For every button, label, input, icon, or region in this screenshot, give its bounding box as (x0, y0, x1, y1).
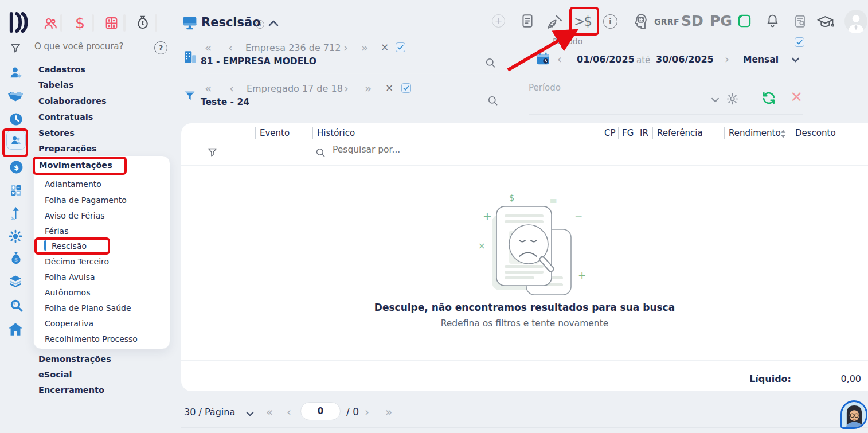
search-module-icon[interactable] (9, 298, 24, 313)
period-start-date[interactable]: 01/06/2025 (577, 54, 635, 65)
column-header-rendimento[interactable]: Rendimento (729, 128, 781, 138)
employee-search-icon[interactable] (487, 95, 498, 106)
column-header-historico[interactable]: Histórico (317, 128, 355, 138)
head-calculator-icon[interactable] (631, 13, 648, 30)
document-search-icon[interactable] (793, 14, 808, 29)
page-last-button[interactable]: » (385, 405, 392, 419)
period-settings-gear-icon[interactable] (726, 92, 739, 106)
collapse-chevron-up-icon[interactable] (268, 19, 279, 27)
layers-module-icon[interactable] (8, 274, 23, 288)
employee-clear-icon[interactable]: × (385, 83, 393, 94)
sidebar-item-colaboradores[interactable]: Colaboradores (38, 96, 107, 106)
app-logo-icon[interactable] (9, 12, 28, 33)
table-filter-icon[interactable] (207, 147, 218, 157)
column-header-fg[interactable]: FG (622, 128, 634, 138)
period-next-button[interactable]: › (725, 53, 729, 66)
period-clear-icon[interactable]: × (790, 87, 803, 105)
column-header-cp[interactable]: CP (604, 128, 616, 138)
submenu-item-autonomos[interactable]: Autônomos (45, 288, 90, 297)
calculation-module-icon[interactable] (9, 184, 23, 197)
company-search-icon[interactable] (485, 57, 496, 68)
sidebar-item-demonstracoes[interactable]: Demonstrações (38, 354, 111, 364)
table-search-input[interactable] (331, 145, 517, 156)
company-clear-icon[interactable]: × (381, 42, 389, 53)
period-mode-select[interactable]: Mensal (743, 55, 779, 65)
submenu-item-decimo-terceiro[interactable]: Décimo Terceiro (45, 257, 109, 266)
handshake-icon[interactable] (7, 90, 24, 103)
per-page-chevron-down-icon[interactable] (245, 411, 255, 417)
filter-icon[interactable] (10, 42, 21, 53)
period-filter-placeholder[interactable]: Período (529, 83, 561, 93)
registrations-icon[interactable] (9, 65, 24, 80)
sidebar-item-movimentacoes[interactable]: Movimentações (39, 161, 112, 170)
employee-next-button[interactable]: › (344, 82, 349, 95)
period-checkbox[interactable] (795, 37, 804, 47)
grrf-button[interactable]: GRRF (654, 17, 679, 26)
user-avatar[interactable] (844, 10, 867, 33)
assistant-avatar[interactable] (840, 400, 867, 429)
company-checkbox[interactable] (396, 42, 405, 52)
document-icon[interactable] (520, 13, 535, 29)
add-icon[interactable]: + (492, 14, 505, 28)
submenu-item-folha-de-pagamento[interactable]: Folha de Pagamento (45, 196, 127, 205)
submenu-item-adiantamento[interactable]: Adiantamento (45, 180, 101, 189)
submenu-item-rescisao[interactable]: Rescisão (52, 241, 87, 251)
sidebar-item-contratuais[interactable]: Contratuais (38, 112, 93, 122)
home-icon[interactable] (8, 322, 23, 336)
period-filter-chevron-down-icon[interactable] (711, 97, 720, 103)
submenu-item-ferias[interactable]: Férias (45, 227, 68, 236)
refresh-icon[interactable] (761, 91, 776, 106)
column-header-ir[interactable]: IR (640, 128, 648, 138)
payments-module-icon[interactable]: $ (9, 160, 24, 174)
submenu-item-folha-plano-saude[interactable]: Folha de Plano Saúde (45, 303, 131, 313)
sidebar-item-tabelas[interactable]: Tabelas (38, 80, 73, 90)
sidebar-item-setores[interactable]: Setores (38, 128, 75, 138)
company-next-button[interactable]: › (343, 41, 348, 54)
employee-first-button[interactable]: « (205, 82, 212, 95)
period-end-date[interactable]: 30/06/2025 (656, 54, 714, 65)
company-last-button[interactable]: » (361, 41, 368, 54)
broom-icon[interactable] (545, 14, 563, 30)
sort-icon[interactable] (780, 130, 787, 138)
submenu-item-aviso-de-ferias[interactable]: Aviso de Férias (45, 211, 105, 220)
column-header-desconto[interactable]: Desconto (795, 128, 836, 138)
employee-checkbox[interactable] (401, 83, 411, 93)
page-number-input[interactable] (305, 405, 336, 417)
column-header-evento[interactable]: Evento (260, 128, 290, 138)
period-prev-button[interactable]: ‹ (557, 53, 562, 66)
employee-prev-button[interactable]: ‹ (229, 82, 234, 95)
submenu-item-folha-avulsa[interactable]: Folha Avulsa (45, 272, 95, 282)
sidebar-item-cadastros[interactable]: Cadastros (38, 65, 85, 75)
sidebar-item-esocial[interactable]: eSocial (38, 370, 72, 380)
submenu-item-cooperativa[interactable]: Cooperativa (45, 319, 93, 328)
help-icon[interactable]: ? (154, 41, 167, 54)
page-first-button[interactable]: « (266, 405, 273, 419)
money-transfer-icon[interactable]: >$ (574, 14, 591, 29)
info-icon[interactable]: i (603, 14, 617, 29)
employee-name[interactable]: Teste - 24 (201, 97, 249, 108)
company-name[interactable]: 81 - EMPRESA MODELO (201, 57, 316, 67)
settings-module-icon[interactable] (8, 229, 23, 244)
clock-icon[interactable] (9, 112, 23, 126)
period-mode-chevron-down-icon[interactable] (791, 57, 800, 63)
submenu-item-recolhimento-processo[interactable]: Recolhimento Processo (45, 334, 138, 344)
sidebar-item-preparacoes[interactable]: Preparações (38, 144, 97, 154)
company-first-button[interactable]: « (205, 41, 212, 54)
promotion-arrow-icon[interactable] (9, 206, 22, 220)
pg-button[interactable]: PG (710, 13, 732, 30)
graduation-cap-icon[interactable] (816, 14, 835, 30)
title-info-icon[interactable]: i (256, 20, 264, 29)
page-next-button[interactable]: › (365, 405, 369, 419)
people-shortcut-icon[interactable] (43, 16, 58, 31)
moneybag-module-icon[interactable]: $ (9, 251, 23, 266)
page-prev-button[interactable]: ‹ (287, 405, 291, 419)
company-prev-button[interactable]: ‹ (228, 41, 233, 54)
notifications-bell-icon[interactable] (765, 14, 780, 29)
green-note-icon[interactable] (737, 13, 752, 29)
moneybag-shortcut-icon[interactable] (135, 15, 150, 31)
calculator-shortcut-icon[interactable] (104, 16, 119, 30)
sidebar-item-encerramento[interactable]: Encerramento (38, 385, 104, 395)
column-header-referencia[interactable]: Referência (657, 128, 703, 138)
sd-button[interactable]: SD (681, 13, 703, 30)
sidebar-search-input[interactable] (33, 41, 147, 52)
